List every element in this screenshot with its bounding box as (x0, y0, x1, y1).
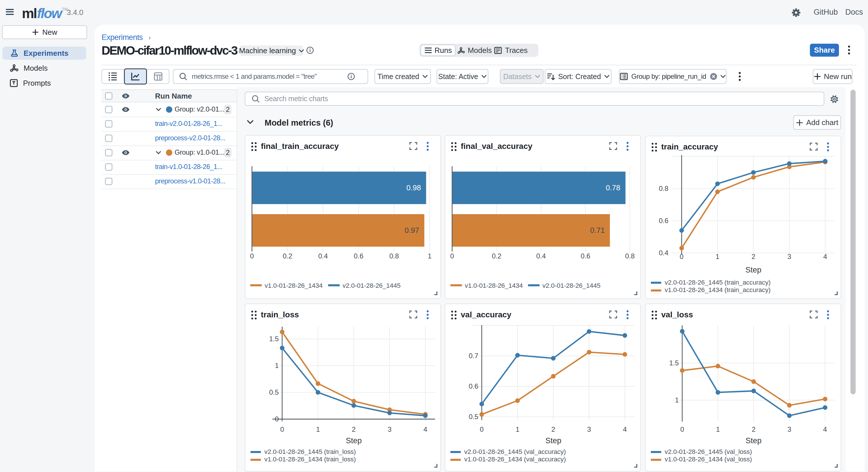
svg-text:0.6: 0.6 (354, 252, 363, 260)
svg-text:0.78: 0.78 (606, 183, 620, 192)
svg-text:0.71: 0.71 (590, 226, 605, 235)
svg-text:0: 0 (680, 253, 683, 261)
svg-text:0.8: 0.8 (659, 184, 669, 192)
svg-text:0.5: 0.5 (269, 389, 279, 396)
svg-text:0.5: 0.5 (469, 413, 478, 420)
svg-text:2: 2 (551, 426, 555, 433)
svg-text:0: 0 (480, 426, 484, 433)
svg-text:1.5: 1.5 (269, 335, 279, 343)
svg-text:4: 4 (823, 426, 827, 433)
svg-text:0: 0 (280, 426, 284, 433)
svg-text:0.4: 0.4 (318, 252, 328, 260)
svg-text:0: 0 (275, 415, 279, 423)
svg-text:0.97: 0.97 (405, 226, 419, 235)
svg-text:4: 4 (623, 426, 627, 433)
svg-text:0.2: 0.2 (283, 252, 292, 260)
svg-text:Step: Step (545, 436, 561, 445)
svg-text:0.4: 0.4 (659, 249, 669, 257)
svg-text:1: 1 (716, 426, 720, 433)
svg-text:0.4: 0.4 (536, 252, 546, 260)
svg-text:3: 3 (587, 426, 591, 433)
svg-text:2: 2 (352, 426, 355, 433)
svg-text:1: 1 (428, 252, 431, 260)
svg-text:Step: Step (745, 266, 762, 274)
svg-text:0.2: 0.2 (492, 252, 501, 260)
svg-text:1: 1 (516, 426, 520, 433)
svg-text:1: 1 (716, 253, 719, 261)
svg-text:3: 3 (388, 426, 392, 433)
svg-text:0: 0 (250, 252, 254, 260)
svg-text:0.6: 0.6 (581, 252, 590, 260)
svg-text:0.8: 0.8 (390, 252, 399, 260)
svg-text:3: 3 (787, 253, 791, 261)
svg-text:4: 4 (423, 426, 427, 433)
svg-text:1: 1 (316, 426, 320, 433)
svg-text:4: 4 (824, 253, 827, 261)
svg-text:0.8: 0.8 (625, 252, 635, 260)
svg-text:1.5: 1.5 (669, 359, 679, 367)
svg-text:Step: Step (346, 436, 362, 445)
svg-text:0.6: 0.6 (659, 217, 669, 225)
svg-text:0.6: 0.6 (469, 382, 478, 390)
svg-text:0: 0 (680, 426, 684, 433)
svg-text:0.7: 0.7 (469, 352, 478, 360)
svg-text:1: 1 (675, 396, 679, 404)
svg-text:0: 0 (450, 252, 454, 260)
svg-text:1: 1 (275, 362, 279, 369)
svg-text:2: 2 (751, 253, 755, 261)
svg-text:3: 3 (787, 426, 791, 433)
svg-text:2: 2 (752, 426, 755, 433)
svg-text:0.98: 0.98 (406, 183, 421, 192)
svg-text:Step: Step (745, 436, 762, 445)
